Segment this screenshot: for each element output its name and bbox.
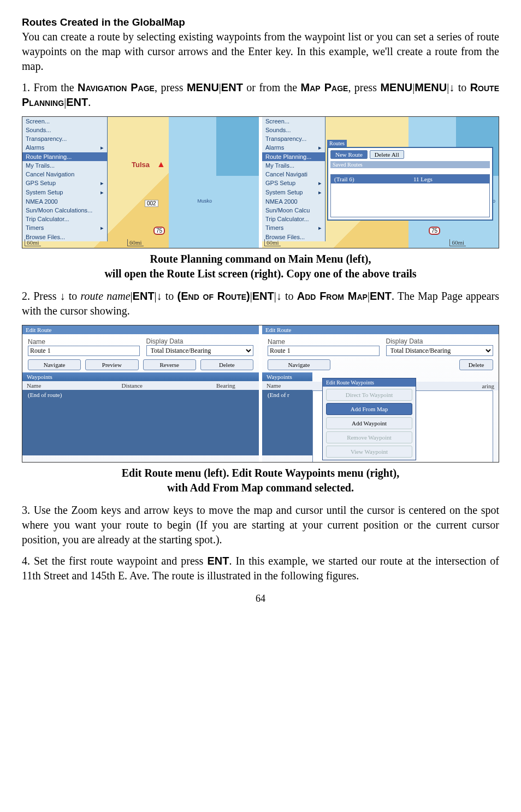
dialog-titlebar: Edit Route	[262, 325, 499, 334]
intro-paragraph: You can create a route by selecting exis…	[22, 29, 499, 74]
delete-button[interactable]: Delete	[459, 359, 493, 370]
edit-route-waypoints-popup: Edit Route Waypoints Direct To Waypoint …	[322, 378, 416, 460]
waypoints-header: Waypoints	[22, 372, 259, 381]
main-menu-panel[interactable]: Screen...Sounds...Transparency...AlarmsR…	[262, 117, 325, 241]
delete-button[interactable]: Delete	[200, 359, 253, 370]
menu-item[interactable]: Screen...	[262, 117, 325, 126]
map-scale: 60mi	[127, 239, 144, 246]
map-scale: 60mi	[25, 239, 41, 246]
display-data-select[interactable]: Total Distance/Bearing	[386, 345, 494, 356]
screenshot-row-2: Edit Route Name Display Data Total Dista…	[22, 325, 499, 463]
col-distance: Distance	[117, 381, 212, 390]
screenshot-row-1: Tulsa ▲ 75 75 Musko 002 Screen...Sounds.…	[22, 116, 499, 248]
edit-route-dialog: Edit Route Name Display Data Total Dista…	[22, 325, 259, 462]
menu-item[interactable]: Transparency...	[262, 134, 325, 143]
dialog-titlebar: Edit Route	[22, 325, 259, 334]
end-of-route-row[interactable]: (End of r	[262, 390, 312, 400]
caption-line: Route Planning command on Main Menu (lef…	[150, 253, 371, 265]
menu-item[interactable]: Timers	[22, 223, 107, 233]
delete-all-button[interactable]: Delete All	[370, 150, 404, 159]
txt: |↓ to	[155, 290, 177, 302]
main-menu-panel[interactable]: Screen...Sounds...Transparency...AlarmsR…	[22, 117, 108, 241]
map-water	[216, 117, 259, 176]
route-name-cell: (Trail 6)	[331, 175, 410, 183]
waypoints-columns: Name	[262, 381, 312, 390]
txt: to	[454, 81, 470, 93]
txt: 2. Press ↓ to	[22, 290, 81, 302]
menu-item[interactable]: Alarms	[262, 143, 325, 152]
caption-2: Edit Route menu (left). Edit Route Waypo…	[22, 466, 499, 495]
txt: 1. From the	[22, 81, 78, 93]
navigate-button[interactable]: Navigate	[28, 359, 81, 370]
caption-line: Edit Route menu (left). Edit Route Waypo…	[122, 467, 400, 479]
map-scale: 60mi	[264, 239, 281, 246]
reverse-button[interactable]: Reverse	[143, 359, 196, 370]
direct-to-waypoint-item[interactable]: Direct To Waypoint	[326, 389, 412, 401]
view-waypoint-item[interactable]: View Waypoint	[326, 446, 412, 458]
menu-item[interactable]: Cancel Navigation	[22, 170, 107, 179]
menu-item[interactable]: NMEA 2000	[22, 197, 107, 206]
menu-item[interactable]: Sounds...	[262, 126, 325, 134]
add-waypoint-item[interactable]: Add Waypoint	[326, 417, 412, 429]
route-name-input[interactable]	[28, 346, 140, 356]
menu-item[interactable]: System Setup	[22, 188, 107, 197]
txt: or from the	[243, 81, 301, 93]
menu-item[interactable]: Route Planning...	[262, 152, 325, 161]
new-route-button[interactable]: New Route	[330, 150, 368, 159]
menu-item[interactable]: NMEA 2000	[262, 197, 325, 206]
menu-item[interactable]: Alarms	[22, 143, 107, 152]
navigate-button[interactable]: Navigate	[268, 359, 330, 370]
name-label: Name	[268, 338, 375, 346]
menu-item[interactable]: Screen...	[22, 117, 107, 126]
waypoints-list[interactable]: (End of r	[262, 390, 312, 455]
preview-button[interactable]: Preview	[85, 359, 138, 370]
menu-item[interactable]: Sounds...	[22, 126, 107, 134]
waypoints-list[interactable]: (End of route)	[22, 390, 259, 455]
menu-item[interactable]: Cancel Navigati	[262, 170, 325, 179]
remove-waypoint-item[interactable]: Remove Waypoint	[326, 431, 412, 443]
menu-item[interactable]: Transparency...	[22, 134, 107, 143]
city-label-tulsa: Tulsa	[132, 161, 150, 169]
col-bearing: Bearing	[212, 381, 259, 390]
pipe: |	[447, 81, 449, 93]
end-of-route-row[interactable]: (End of route)	[22, 390, 259, 400]
menu-item[interactable]: GPS Setup	[262, 179, 325, 188]
menu-item[interactable]: GPS Setup	[22, 179, 107, 188]
txt: , press	[155, 81, 187, 93]
add-from-map-item[interactable]: Add From Map	[326, 403, 412, 415]
screenshot-main-menu: Tulsa ▲ 75 75 Musko 002 Screen...Sounds.…	[22, 117, 259, 248]
menu-item[interactable]: Timers	[262, 223, 325, 233]
route-list-row[interactable]: (Trail 6) 11 Legs	[331, 175, 489, 183]
menu-item[interactable]: My Trails...	[262, 161, 325, 170]
menu-item[interactable]: System Setup	[262, 188, 325, 197]
step-2: 2. Press ↓ to route name|ENT|↓ to (End o…	[22, 289, 499, 318]
step-4: 4. Set the first route waypoint and pres…	[22, 554, 499, 583]
display-data-label: Display Data	[146, 337, 254, 345]
waypoints-columns: Name Distance Bearing	[22, 381, 259, 390]
display-data-select[interactable]: Total Distance/Bearing	[146, 345, 254, 356]
menu-item[interactable]: Trip Calculator...	[262, 215, 325, 223]
route-name-input[interactable]	[268, 346, 380, 356]
menu-item[interactable]: Sun/Moon Calcu	[262, 206, 325, 215]
map-scale: 60mi	[449, 239, 466, 246]
menu-item[interactable]: My Trails...	[22, 161, 107, 170]
saved-routes-list[interactable]: (Trail 6) 11 Legs	[330, 174, 490, 217]
name-label: Name	[28, 338, 135, 346]
step-1: 1. From the Navigation Page, press MENU|…	[22, 80, 499, 110]
col-bearing-trimmed: aring	[466, 382, 499, 390]
menu-item[interactable]: Trip Calculator...	[22, 215, 107, 223]
txt: , press	[348, 81, 380, 93]
menu-item[interactable]: Sun/Moon Calculations...	[22, 206, 107, 215]
map-page-label: Map Page	[301, 81, 348, 93]
section-heading: Routes Created in the GlobalMap	[22, 16, 499, 28]
col-name: Name	[262, 381, 312, 390]
map-cursor-icon: ▲	[157, 159, 165, 169]
txt: 4. Set the first route waypoint and pres…	[22, 555, 207, 567]
screenshot-edit-route-right: Edit Route Name Display Data Total Dista…	[262, 325, 499, 462]
key-ent: ENT	[207, 555, 229, 567]
menu-item[interactable]: Route Planning...	[22, 152, 107, 161]
highway-shield: 75	[429, 227, 440, 235]
key-menu: MENU	[415, 81, 447, 93]
key-ent: ENT	[370, 290, 392, 302]
routes-popup: New Route Delete All Saved Routes (Trail…	[327, 147, 493, 221]
